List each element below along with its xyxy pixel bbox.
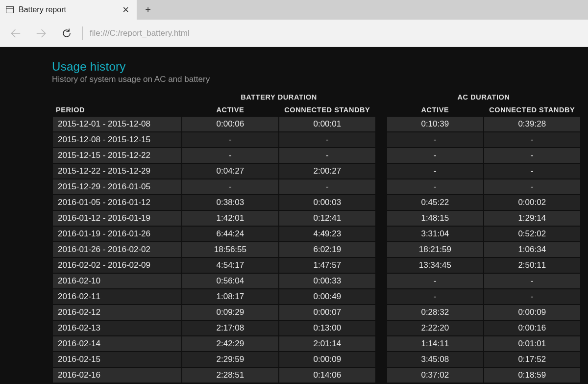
table-row: 2016-01-26 - 2016-02-0218:56:556:02:1918… — [53, 242, 580, 257]
table-row: 2016-01-12 - 2016-01-191:42:010:12:411:4… — [53, 211, 580, 226]
table-row: 2016-02-132:17:080:13:002:22:200:00:16 — [53, 321, 580, 335]
cell-battery-standby: 0:00:01 — [279, 117, 375, 131]
cell-ac-standby: - — [484, 179, 580, 194]
separator — [82, 26, 83, 40]
cell-ac-active: 0:28:32 — [387, 305, 483, 320]
col-ac-active: ACTIVE — [387, 104, 483, 116]
cell-ac-standby: 0:00:02 — [484, 195, 580, 210]
cell-battery-active: 0:00:06 — [182, 117, 278, 131]
table-row: 2015-12-01 - 2015-12-080:00:060:00:010:1… — [53, 117, 580, 131]
cell-ac-active: 0:45:22 — [387, 195, 483, 210]
cell-ac-standby: 0:17:52 — [484, 352, 580, 367]
cell-battery-active: 2:29:59 — [182, 352, 278, 367]
url-field[interactable]: file:///C:/report_battery.html — [90, 28, 585, 38]
table-row: 2016-01-19 - 2016-01-266:44:244:49:233:3… — [53, 227, 580, 241]
col-ac-standby: CONNECTED STANDBY — [484, 104, 580, 116]
cell-ac-active: 0:10:39 — [387, 117, 483, 131]
cell-period: 2016-02-12 — [53, 305, 181, 320]
cell-ac-active: 13:34:45 — [387, 258, 483, 273]
tab-strip: Battery report × + — [0, 0, 588, 20]
cell-ac-standby: 0:00:16 — [484, 321, 580, 335]
cell-period: 2016-02-11 — [53, 289, 181, 304]
cell-battery-active: 4:54:17 — [182, 258, 278, 273]
tab-title: Battery report — [19, 5, 121, 14]
cell-period: 2016-02-15 — [53, 352, 181, 367]
cell-period: 2016-01-05 - 2016-01-12 — [53, 195, 181, 210]
cell-ac-active: - — [387, 132, 483, 147]
browser-tab[interactable]: Battery report × — [0, 0, 137, 20]
cell-battery-standby: 0:00:07 — [279, 305, 375, 320]
cell-battery-active: 0:04:27 — [182, 164, 278, 179]
forward-button[interactable] — [28, 20, 54, 47]
cell-ac-active: 0:37:02 — [387, 368, 483, 383]
cell-period: 2015-12-08 - 2015-12-15 — [53, 132, 181, 147]
cell-battery-active: 0:56:04 — [182, 274, 278, 288]
cell-ac-active: - — [387, 164, 483, 179]
cell-period: 2016-02-02 - 2016-02-09 — [53, 258, 181, 273]
cell-ac-active: 18:21:59 — [387, 242, 483, 257]
cell-ac-active: - — [387, 148, 483, 163]
cell-ac-active: - — [387, 179, 483, 194]
table-row: 2015-12-08 - 2015-12-15---- — [53, 132, 580, 147]
col-period: PERIOD — [53, 104, 181, 116]
cell-battery-standby: 0:12:41 — [279, 211, 375, 226]
cell-period: 2016-02-10 — [53, 274, 181, 288]
close-tab-icon[interactable]: × — [121, 4, 131, 15]
cell-battery-standby: 0:00:33 — [279, 274, 375, 288]
cell-period: 2016-02-13 — [53, 321, 181, 335]
cell-period: 2016-02-14 — [53, 336, 181, 351]
usage-history-table: BATTERY DURATION AC DURATION PERIOD ACTI… — [52, 90, 581, 384]
cell-ac-standby: 0:52:02 — [484, 227, 580, 241]
table-row: 2016-02-120:09:290:00:070:28:320:00:09 — [53, 305, 580, 320]
section-title: Usage history — [52, 60, 588, 74]
cell-ac-standby: 2:50:11 — [484, 258, 580, 273]
col-battery-active: ACTIVE — [182, 104, 278, 116]
cell-battery-standby: 4:49:23 — [279, 227, 375, 241]
table-row: 2016-02-100:56:040:00:33-- — [53, 274, 580, 288]
section-subtitle: History of system usage on AC and batter… — [52, 75, 588, 84]
cell-battery-active: 0:09:29 — [182, 305, 278, 320]
page-icon — [6, 6, 14, 13]
cell-ac-active: 2:22:20 — [387, 321, 483, 335]
table-row: 2016-02-02 - 2016-02-094:54:171:47:5713:… — [53, 258, 580, 273]
table-row: 2016-01-05 - 2016-01-120:38:030:00:030:4… — [53, 195, 580, 210]
col-group-ac: AC DURATION — [387, 91, 580, 103]
cell-battery-active: 1:08:17 — [182, 289, 278, 304]
cell-ac-active: - — [387, 274, 483, 288]
cell-battery-active: 2:28:51 — [182, 368, 278, 383]
cell-battery-active: 0:38:03 — [182, 195, 278, 210]
cell-battery-active: 2:17:08 — [182, 321, 278, 335]
cell-battery-standby: 6:02:19 — [279, 242, 375, 257]
cell-ac-active: 3:45:08 — [387, 352, 483, 367]
cell-battery-standby: 0:00:03 — [279, 195, 375, 210]
cell-battery-standby: - — [279, 148, 375, 163]
table-row: 2016-02-142:42:292:01:141:14:110:01:01 — [53, 336, 580, 351]
new-tab-button[interactable]: + — [137, 0, 159, 20]
cell-battery-active: 1:42:01 — [182, 211, 278, 226]
svg-rect-0 — [6, 7, 14, 13]
cell-ac-standby: - — [484, 289, 580, 304]
cell-battery-standby: 0:14:06 — [279, 368, 375, 383]
cell-ac-standby: 0:18:59 — [484, 368, 580, 383]
cell-ac-active: 1:14:11 — [387, 336, 483, 351]
cell-battery-active: 6:44:24 — [182, 227, 278, 241]
cell-ac-active: 3:31:04 — [387, 227, 483, 241]
cell-battery-standby: 0:00:49 — [279, 289, 375, 304]
cell-battery-standby: 1:47:57 — [279, 258, 375, 273]
col-group-battery: BATTERY DURATION — [182, 91, 375, 103]
cell-period: 2015-12-01 - 2015-12-08 — [53, 117, 181, 131]
cell-ac-standby: - — [484, 148, 580, 163]
cell-battery-standby: 0:13:00 — [279, 321, 375, 335]
back-button[interactable] — [3, 20, 28, 47]
cell-period: 2016-01-19 - 2016-01-26 — [53, 227, 181, 241]
cell-battery-active: - — [182, 132, 278, 147]
cell-period: 2016-01-12 - 2016-01-19 — [53, 211, 181, 226]
cell-battery-active: - — [182, 179, 278, 194]
cell-ac-standby: 0:39:28 — [484, 117, 580, 131]
cell-ac-standby: - — [484, 132, 580, 147]
refresh-button[interactable] — [54, 20, 79, 47]
cell-battery-active: 18:56:55 — [182, 242, 278, 257]
table-row: 2016-02-111:08:170:00:49-- — [53, 289, 580, 304]
cell-period: 2015-12-22 - 2015-12-29 — [53, 164, 181, 179]
cell-battery-standby: - — [279, 179, 375, 194]
